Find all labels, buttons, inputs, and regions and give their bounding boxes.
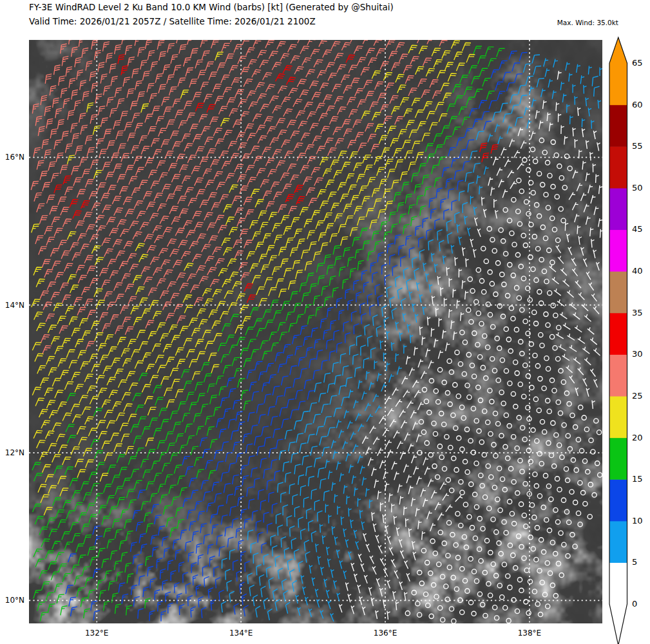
colorbar-under-arrow	[609, 604, 627, 644]
colorbar-tick-label: 15	[632, 474, 643, 484]
colorbar-tick-label: 5	[632, 557, 637, 567]
colorbar-segment	[609, 396, 627, 438]
colorbar-tick-label: 20	[632, 433, 643, 443]
colorbar-segment	[609, 188, 627, 230]
colorbar-tick-label: 10	[632, 516, 643, 526]
colorbar-segment	[609, 313, 627, 355]
y-tick-label: 10°N	[0, 595, 24, 605]
colorbar-tick-label: 45	[632, 224, 643, 234]
colorbar-segment	[609, 271, 627, 313]
colorbar-tick-label: 65	[632, 58, 643, 68]
colorbar-segment	[609, 438, 627, 480]
colorbar-svg	[607, 35, 631, 644]
colorbar-segment	[609, 229, 627, 271]
colorbar-tick-label: 25	[632, 391, 643, 401]
colorbar-tick-label: 60	[632, 100, 643, 110]
x-tick-label: 138°E	[509, 628, 550, 638]
colorbar-tick-label: 50	[632, 183, 643, 193]
colorbar-over-arrow	[609, 37, 627, 63]
colorbar-segment	[609, 63, 627, 105]
wind-barb-canvas	[29, 40, 602, 623]
colorbar-tick-label: 55	[632, 141, 643, 151]
colorbar-segment	[609, 521, 627, 563]
max-wind-label: Max. Wind: 35.0kt	[557, 19, 618, 26]
colorbar-tick-label: 30	[632, 349, 643, 359]
x-tick-label: 134°E	[220, 628, 262, 638]
y-tick-label: 14°N	[0, 300, 24, 310]
colorbar-tick-label: 35	[632, 308, 643, 318]
colorbar-segment	[609, 562, 627, 604]
colorbar-tick-label: 0	[632, 599, 637, 609]
x-tick-label: 136°E	[365, 628, 406, 638]
colorbar-segment	[609, 354, 627, 396]
x-tick-label: 132°E	[76, 628, 117, 638]
valid-time-subtitle: Valid Time: 2026/01/21 2057Z / Satellite…	[29, 16, 316, 26]
map-area	[29, 40, 602, 623]
colorbar-segment	[609, 146, 627, 188]
colorbar-tick-label: 40	[632, 266, 643, 276]
y-tick-label: 16°N	[0, 152, 24, 162]
y-tick-label: 12°N	[0, 448, 24, 458]
windrad-wind-chart: FY-3E WindRAD Level 2 Ku Band 10.0 KM Wi…	[0, 0, 650, 644]
colorbar-segment	[609, 479, 627, 521]
colorbar-segment	[609, 105, 627, 147]
page-title: FY-3E WindRAD Level 2 Ku Band 10.0 KM Wi…	[29, 2, 394, 12]
